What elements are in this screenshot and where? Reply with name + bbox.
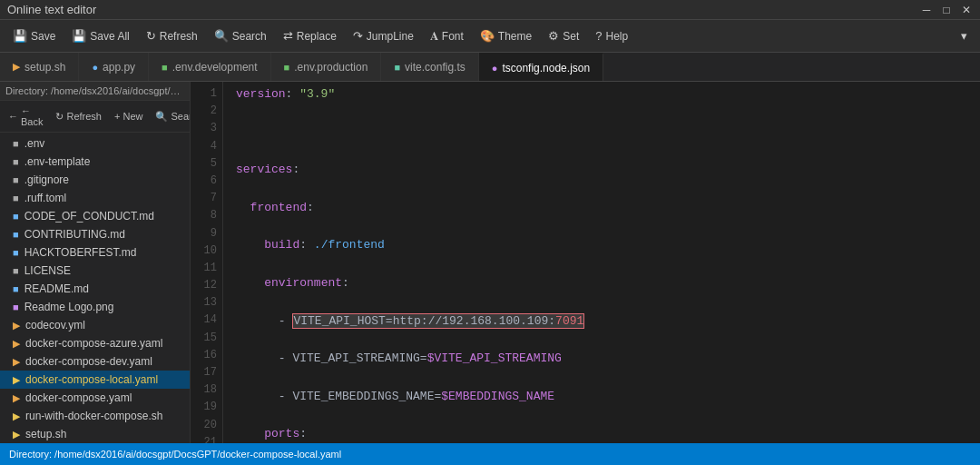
tab-app-py[interactable]: ● app.py: [79, 53, 149, 81]
search-icon: 🔍: [214, 29, 229, 43]
tab-setup-sh[interactable]: ▶ setup.sh: [0, 53, 79, 81]
file-label-docker-compose: docker-compose.yaml: [25, 391, 132, 404]
refresh-icon: ↻: [146, 29, 156, 43]
file-item-run-docker[interactable]: ▶ run-with-docker-compose.sh: [0, 407, 190, 425]
file-item-hacktoberfest[interactable]: ■ HACKTOBERFEST.md: [0, 243, 190, 262]
save-all-button[interactable]: 💾 Save All: [64, 26, 136, 45]
file-item-env-template[interactable]: ■ .env-template: [0, 153, 190, 171]
file-icon-readme: ■: [13, 283, 19, 294]
help-icon: ?: [595, 29, 602, 43]
file-item-codecov[interactable]: ▶ codecov.yml: [0, 316, 190, 334]
status-text: Directory: /home/dsx2016/ai/docsgpt/Docs…: [9, 449, 341, 460]
close-button[interactable]: ✕: [960, 4, 973, 16]
title-bar: Online text editor ─ □ ✕: [0, 0, 980, 20]
file-item-docker-dev[interactable]: ▶ docker-compose-dev.yaml: [0, 352, 190, 371]
editor-content[interactable]: 12345 678910 1112131415 1617181920 21222…: [191, 82, 980, 443]
tab-env-production[interactable]: ■ .env.production: [271, 53, 382, 81]
tab-icon-vite-config: ■: [394, 62, 400, 73]
file-item-gitignore[interactable]: ■ .gitignore: [0, 171, 190, 189]
file-item-docker-compose[interactable]: ▶ docker-compose.yaml: [0, 389, 190, 407]
file-item-code-of-conduct[interactable]: ■ CODE_OF_CONDUCT.md: [0, 207, 190, 225]
file-item-env[interactable]: ■ .env: [0, 134, 190, 153]
file-icon-gitignore: ■: [13, 174, 19, 185]
file-label-gitignore: .gitignore: [24, 173, 69, 186]
sidebar-refresh-icon: ↻: [55, 111, 64, 123]
tab-tsconfig[interactable]: ● tsconfig.node.json: [479, 53, 603, 81]
sidebar-search-label: Search: [171, 111, 191, 122]
file-item-license[interactable]: ■ LICENSE: [0, 262, 190, 280]
file-icon-ruff-toml: ■: [13, 193, 19, 203]
tab-label-setup-sh: setup.sh: [24, 61, 65, 74]
sidebar-refresh-button[interactable]: ↻ Refresh: [51, 109, 106, 124]
toolbar-more-button[interactable]: ▾: [954, 26, 975, 45]
line-numbers: 12345 678910 1112131415 1617181920 21222…: [191, 82, 223, 443]
sidebar-header: Directory: /home/dsx2016/ai/docsgpt/Doc.…: [0, 82, 190, 101]
file-label-license: LICENSE: [24, 264, 71, 277]
font-button[interactable]: 𝐀 Font: [423, 26, 471, 46]
refresh-label: Refresh: [160, 30, 198, 43]
tab-label-tsconfig: tsconfig.node.json: [502, 62, 590, 74]
save-icon: 💾: [13, 29, 27, 43]
tab-vite-config[interactable]: ■ vite.config.ts: [381, 53, 478, 81]
file-label-env: .env: [24, 137, 45, 150]
file-icon-docker-local: ▶: [13, 374, 20, 386]
tab-env-development[interactable]: ■ .env.development: [149, 53, 271, 81]
tab-label-env-prod: .env.production: [294, 61, 368, 74]
help-button[interactable]: ? Help: [588, 26, 635, 45]
file-label-codecov: codecov.yml: [25, 319, 85, 331]
file-item-ruff-toml[interactable]: ■ .ruff.toml: [0, 189, 190, 207]
replace-label: Replace: [297, 30, 337, 43]
theme-button[interactable]: 🎨 Theme: [473, 26, 539, 45]
refresh-button[interactable]: ↻ Refresh: [139, 26, 205, 45]
tab-icon-tsconfig: ●: [492, 63, 498, 74]
file-item-docker-local[interactable]: ▶ docker-compose-local.yaml: [0, 371, 190, 389]
save-label: Save: [31, 30, 55, 43]
jumpline-label: JumpLine: [367, 30, 414, 43]
new-button[interactable]: + New: [110, 109, 147, 124]
file-label-docker-azure: docker-compose-azure.yaml: [25, 337, 162, 350]
sidebar-search-button[interactable]: 🔍 Search: [151, 109, 191, 124]
back-icon: ←: [8, 111, 18, 122]
file-item-setup-sh[interactable]: ▶ setup.sh: [0, 425, 190, 443]
back-label: ← Back: [21, 105, 43, 127]
sidebar-toolbar: ← ← Back ↻ Refresh + New 🔍 Search: [0, 101, 190, 133]
tab-icon-env-prod: ■: [284, 62, 290, 73]
file-icon-license: ■: [13, 265, 19, 276]
jumpline-icon: ↷: [353, 29, 363, 43]
file-icon-contributing: ■: [13, 229, 19, 240]
file-item-contributing[interactable]: ■ CONTRIBUTING.md: [0, 225, 190, 243]
theme-label: Theme: [498, 30, 532, 43]
file-label-code-of-conduct: CODE_OF_CONDUCT.md: [24, 210, 154, 223]
restore-button[interactable]: □: [940, 4, 953, 16]
file-label-contributing: CONTRIBUTING.md: [24, 228, 125, 241]
jumpline-button[interactable]: ↷ JumpLine: [346, 26, 421, 45]
code-content[interactable]: version: "3.9" services: frontend: build…: [223, 82, 980, 443]
save-all-label: Save All: [90, 30, 129, 43]
search-button[interactable]: 🔍 Search: [207, 26, 274, 45]
tab-label-env-dev: .env.development: [172, 61, 258, 74]
help-label: Help: [605, 30, 628, 43]
replace-button[interactable]: ⇄ Replace: [276, 26, 344, 45]
tabs-row: ▶ setup.sh ● app.py ■ .env.development ■…: [0, 53, 980, 82]
file-icon-docker-dev: ▶: [13, 356, 20, 368]
file-icon-env: ■: [13, 138, 19, 149]
title-bar-title: Online text editor: [7, 3, 96, 16]
set-button[interactable]: ⚙ Set: [541, 26, 586, 45]
save-button[interactable]: 💾 Save: [5, 26, 63, 45]
minimize-button[interactable]: ─: [920, 4, 933, 16]
file-icon-hacktoberfest: ■: [13, 247, 19, 258]
sidebar-refresh-label: Refresh: [66, 111, 102, 122]
new-icon: +: [114, 111, 120, 122]
file-item-readme[interactable]: ■ README.md: [0, 280, 190, 298]
file-item-readme-logo[interactable]: ■ Readme Logo.png: [0, 298, 190, 316]
status-bar: Directory: /home/dsx2016/ai/docsgpt/Docs…: [0, 443, 980, 465]
tab-icon-env-dev: ■: [162, 62, 168, 73]
set-icon: ⚙: [548, 29, 559, 43]
file-label-readme: README.md: [24, 282, 89, 295]
back-button[interactable]: ← ← Back: [4, 104, 47, 129]
file-label-docker-local: docker-compose-local.yaml: [25, 373, 158, 386]
file-item-docker-azure[interactable]: ▶ docker-compose-azure.yaml: [0, 334, 190, 352]
sidebar: Directory: /home/dsx2016/ai/docsgpt/Doc.…: [0, 82, 191, 443]
file-icon-setup-sh: ▶: [13, 429, 20, 440]
file-icon-codecov: ▶: [13, 320, 20, 331]
